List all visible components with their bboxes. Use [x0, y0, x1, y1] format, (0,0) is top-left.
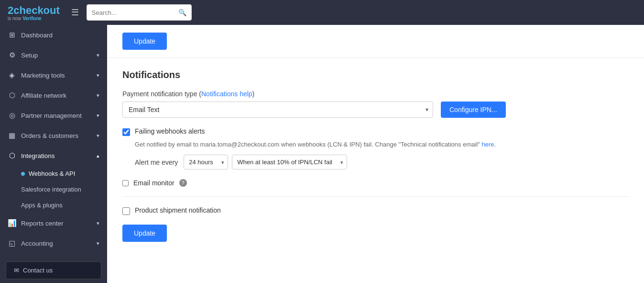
notifications-section: Notifications Payment notification type … — [107, 58, 644, 253]
email-icon: ✉ — [14, 267, 19, 274]
affiliate-icon: ⬡ — [8, 91, 16, 100]
alert-condition-select-wrapper: When at least 10% of IPN/LCN fail When a… — [232, 155, 347, 170]
sidebar-item-label: Partner management — [21, 112, 82, 119]
logo: 2checkout is now Verifone — [8, 4, 60, 21]
alert-every-row: Alert me every 24 hours 12 hours 6 hours… — [135, 155, 629, 170]
content-area: Update Notifications Payment notificatio… — [107, 25, 644, 283]
failing-webhooks-checkbox[interactable] — [122, 128, 130, 136]
accounting-icon: ◱ — [8, 239, 16, 248]
sidebar-subitem-apps-plugins[interactable]: Apps & plugins — [0, 197, 107, 213]
product-shipment-label: Product shipment notification — [135, 206, 221, 214]
chevron-down-icon: ▾ — [97, 133, 99, 139]
sidebar: ⊞ Dashboard ⚙ Setup ▾ ◈ Marketing tools … — [0, 25, 107, 283]
alert-label: Alert me every — [135, 158, 178, 166]
main-layout: ⊞ Dashboard ⚙ Setup ▾ ◈ Marketing tools … — [0, 25, 644, 283]
chevron-down-icon: ▾ — [97, 240, 99, 247]
sidebar-item-label: Reports center — [21, 220, 64, 227]
sidebar-item-integrations[interactable]: ⬡ Integrations ▴ — [0, 146, 107, 166]
contact-label: Contact us — [23, 267, 53, 274]
integrations-icon: ⬡ — [8, 151, 16, 160]
failing-webhooks-row: Failing webhooks alerts — [122, 127, 629, 136]
reports-icon: 📊 — [8, 219, 16, 227]
chevron-down-icon: ▾ — [97, 72, 99, 79]
active-dot — [21, 172, 25, 176]
chevron-down-icon: ▾ — [97, 92, 99, 99]
search-input[interactable] — [92, 9, 178, 16]
product-shipment-checkbox[interactable] — [122, 207, 130, 215]
payment-type-row: Email Text Email HTML IPN ▾ Configure IP… — [122, 102, 629, 118]
sidebar-item-label: Accounting — [21, 240, 53, 247]
chevron-down-icon: ▾ — [97, 113, 99, 119]
payment-type-select[interactable]: Email Text Email HTML IPN — [122, 102, 433, 118]
email-monitor-checkbox[interactable] — [122, 180, 129, 186]
sidebar-item-label: Integrations — [21, 152, 55, 159]
sidebar-item-partner-management[interactable]: ◎ Partner management ▾ — [0, 105, 107, 125]
top-header: 2checkout is now Verifone ☰ 🔍 — [0, 0, 644, 25]
configure-ipn-button[interactable]: Configure IPN... — [441, 102, 506, 118]
sidebar-item-label: Setup — [21, 52, 38, 59]
dashboard-icon: ⊞ — [8, 31, 16, 39]
sidebar-subitem-webhooks-api[interactable]: Webhooks & API — [0, 166, 107, 181]
sidebar-subitem-label: Apps & plugins — [21, 202, 63, 209]
section-title: Notifications — [122, 69, 629, 80]
sidebar-item-label: Dashboard — [21, 32, 53, 39]
sidebar-item-setup[interactable]: ⚙ Setup ▾ — [0, 45, 107, 65]
sidebar-item-reports-center[interactable]: 📊 Reports center ▾ — [0, 213, 107, 233]
payment-type-select-wrapper: Email Text Email HTML IPN ▾ — [122, 102, 433, 118]
sidebar-item-accounting[interactable]: ◱ Accounting ▾ — [0, 233, 107, 253]
failing-webhooks-desc: Get notified by email to maria.toma@2che… — [135, 141, 629, 148]
top-update-button[interactable]: Update — [122, 33, 167, 50]
hamburger-icon[interactable]: ☰ — [71, 7, 79, 18]
product-shipment-row: Product shipment notification — [122, 206, 629, 215]
payment-type-label: Payment notification type (Notifications… — [122, 90, 629, 98]
bottom-update-button[interactable]: Update — [122, 225, 167, 242]
divider — [122, 196, 629, 197]
chevron-up-icon: ▴ — [97, 153, 99, 159]
sidebar-item-orders-customers[interactable]: ▦ Orders & customers ▾ — [0, 125, 107, 146]
sidebar-subitem-label: Webhooks & API — [29, 170, 75, 177]
notifications-help-link[interactable]: Notifications help — [201, 90, 252, 98]
help-icon[interactable]: ? — [179, 179, 187, 187]
alert-hours-select[interactable]: 24 hours 12 hours 6 hours 1 hour — [184, 155, 228, 170]
search-icon[interactable]: 🔍 — [178, 9, 186, 16]
sidebar-subitem-label: Salesforce integration — [21, 186, 81, 193]
sidebar-item-affiliate-network[interactable]: ⬡ Affiliate network ▾ — [0, 85, 107, 105]
failing-webhooks-label: Failing webhooks alerts — [135, 127, 205, 135]
marketing-icon: ◈ — [8, 71, 16, 79]
setup-icon: ⚙ — [8, 51, 16, 59]
content-inner: Update Notifications Payment notificatio… — [107, 25, 644, 253]
sidebar-item-label: Orders & customers — [21, 132, 78, 139]
sidebar-item-dashboard[interactable]: ⊞ Dashboard — [0, 25, 107, 45]
logo-text: 2checkout — [8, 4, 60, 17]
search-bar: 🔍 — [87, 4, 192, 21]
sidebar-subitem-salesforce[interactable]: Salesforce integration — [0, 181, 107, 197]
contact-us-button[interactable]: ✉ Contact us — [6, 261, 101, 279]
orders-icon: ▦ — [8, 131, 16, 140]
partner-icon: ◎ — [8, 111, 16, 120]
sidebar-item-label: Marketing tools — [21, 72, 65, 79]
sidebar-item-label: Affiliate network — [21, 92, 66, 99]
sidebar-item-marketing-tools[interactable]: ◈ Marketing tools ▾ — [0, 65, 107, 85]
top-section: Update — [107, 25, 644, 58]
chevron-down-icon: ▾ — [97, 52, 99, 58]
email-monitor-label: Email monitor — [133, 179, 175, 187]
logo-sub: is now Verifone — [8, 16, 42, 21]
here-link[interactable]: here — [482, 141, 494, 148]
alert-condition-select[interactable]: When at least 10% of IPN/LCN fail When a… — [232, 155, 347, 170]
email-monitor-row: Email monitor ? — [122, 179, 629, 187]
chevron-down-icon: ▾ — [97, 220, 99, 226]
alert-hours-select-wrapper: 24 hours 12 hours 6 hours 1 hour ▾ — [184, 155, 228, 170]
